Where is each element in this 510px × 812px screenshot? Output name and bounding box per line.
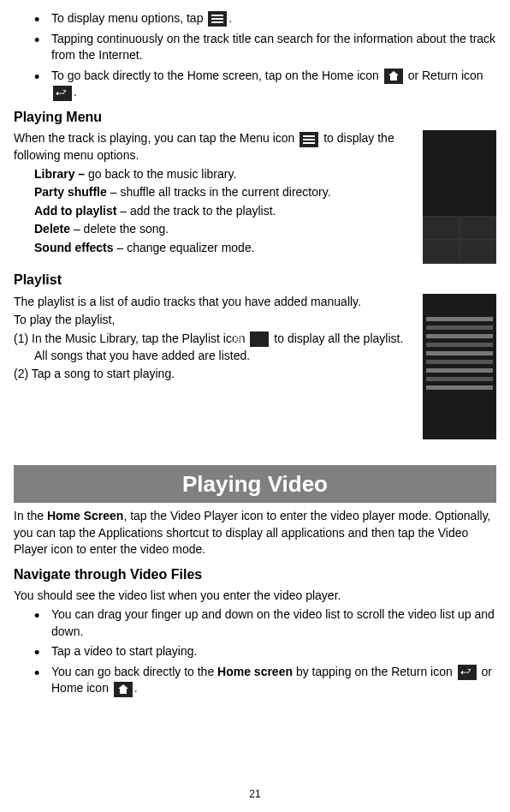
bullet-text: by tapping on the Return icon: [293, 665, 456, 678]
home-screen-label: Home Screen: [47, 509, 123, 522]
label: Delete: [34, 222, 70, 236]
return-icon: [53, 86, 72, 101]
home-screen-label: Home screen: [217, 665, 293, 678]
navigate-bullet-list: You can drag your finger up and down on …: [14, 606, 496, 697]
label: Add to playlist: [34, 204, 116, 218]
desc: go back to the music library.: [85, 167, 236, 181]
bullet-item: Tap a video to start playing.: [34, 643, 496, 660]
bullet-text: Tapping continuously on the track title …: [51, 32, 495, 63]
desc: – delete the song.: [70, 222, 169, 236]
text: (1) In the Music Library, tap the Playli…: [14, 331, 248, 345]
bullet-item: To display menu options, tap .: [34, 10, 496, 27]
playing-menu-heading: Playing Menu: [14, 108, 496, 127]
top-bullet-list: To display menu options, tap . Tapping c…: [14, 10, 496, 101]
desc: – change equalizer mode.: [114, 241, 255, 254]
bullet-text: .: [228, 11, 232, 25]
bullet-text: or Return icon: [408, 69, 483, 82]
bullet-text: Tap a video to start playing.: [51, 644, 197, 658]
menu-icon: [208, 11, 227, 27]
text: When the track is playing, you can tap t…: [14, 131, 298, 145]
return-icon: [458, 665, 477, 680]
bullet-text: To display menu options, tap: [51, 11, 206, 25]
playlist-icon: [250, 331, 269, 347]
label: Library –: [34, 167, 85, 181]
bullet-item: To go back directly to the Home screen, …: [34, 68, 496, 101]
bullet-text: You can go back directly to the: [51, 665, 217, 678]
screenshot-playlist: [423, 294, 496, 439]
bullet-item: You can drag your finger up and down on …: [34, 606, 496, 640]
video-intro: In the Home Screen, tap the Video Player…: [14, 508, 496, 558]
label: Sound effects: [34, 241, 114, 254]
page-number: 21: [0, 787, 510, 802]
text: In the: [14, 509, 47, 522]
playing-video-banner: Playing Video: [14, 465, 496, 503]
navigate-intro: You should see the video list when you e…: [14, 588, 496, 605]
bullet-item: Tapping continuously on the track title …: [34, 31, 496, 64]
playlist-heading: Playlist: [14, 271, 496, 290]
bullet-text: .: [134, 681, 138, 695]
label: Party shuffle: [34, 185, 107, 199]
navigate-heading: Navigate through Video Files: [14, 565, 496, 584]
screenshot-playing-menu: [423, 130, 496, 264]
desc: – add the track to the playlist.: [116, 204, 276, 218]
bullet-text: To go back directly to the Home screen, …: [51, 69, 382, 82]
bullet-text: You can drag your finger up and down on …: [51, 607, 495, 638]
desc: – shuffle all tracks in the current dire…: [107, 185, 331, 199]
bullet-item: You can go back directly to the Home scr…: [34, 664, 496, 697]
home-icon: [384, 69, 403, 84]
bullet-text: .: [74, 85, 77, 99]
home-icon: [114, 682, 133, 697]
menu-icon: [299, 132, 318, 147]
